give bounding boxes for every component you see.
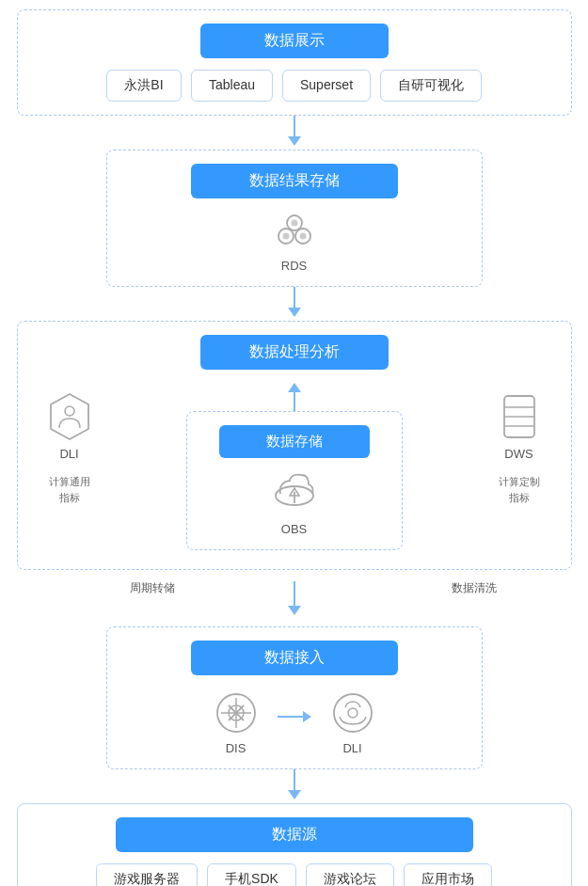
obs-label: OBS (281, 522, 307, 536)
dis-icon-group: DIS (214, 690, 259, 755)
display-header: 数据展示 (200, 24, 389, 58)
section-display: 数据展示 永洪BI Tableau Superset 自研可视化 (17, 9, 572, 116)
svg-point-3 (291, 220, 297, 227)
rds-icon (272, 208, 317, 253)
tool-tableau: Tableau (191, 70, 273, 102)
tool-app-market: 应用市场 (404, 863, 492, 886)
section-storage: 数据存储 OBS (186, 411, 403, 550)
tool-mobile-sdk: 手机SDK (207, 863, 296, 886)
ingest-icons-row: DIS DLI (214, 690, 375, 755)
tool-custom: 自研可视化 (380, 70, 482, 102)
dli-ingest-icon (330, 690, 375, 736)
svg-point-4 (282, 233, 289, 240)
storage-header: 数据存储 (219, 425, 370, 458)
dli-left-group: DLI 计算通用指标 (27, 383, 112, 505)
svg-point-7 (65, 406, 74, 416)
tool-yongbi: 永洪BI (106, 70, 182, 102)
dli-left-label: DLI (59, 447, 78, 461)
arrow-dis-to-dli (278, 711, 311, 722)
section-process: 数据处理分析 DLI 计算通用指标 (17, 321, 572, 570)
tool-game-server: 游戏服务器 (96, 863, 198, 886)
arrow-result-to-process (288, 287, 301, 321)
dws-sublabel: 计算定制指标 (499, 474, 540, 505)
dws-right-group: DWS 计算定制指标 (477, 383, 562, 505)
section-ingest: 数据接入 DIS (106, 626, 483, 769)
arrow-display-to-result (288, 116, 301, 150)
ingest-header: 数据接入 (191, 641, 398, 675)
display-tools: 永洪BI Tableau Superset 自研可视化 (27, 70, 562, 102)
section-source: 数据源 游戏服务器 手机SDK 游戏论坛 应用市场 (17, 803, 572, 886)
rds-label: RDS (281, 259, 307, 273)
tool-game-forum: 游戏论坛 (306, 863, 394, 886)
dis-label: DIS (226, 741, 246, 755)
arrow-ingest-to-source (288, 769, 301, 803)
dli-left-sublabel: 计算通用指标 (49, 474, 90, 505)
svg-point-21 (334, 694, 372, 732)
tool-superset: Superset (282, 70, 371, 102)
dis-icon (214, 690, 259, 736)
result-storage-header: 数据结果存储 (191, 164, 398, 198)
process-header: 数据处理分析 (200, 335, 389, 370)
dws-right-icon (499, 392, 540, 441)
label-clean: 数据清洗 (452, 579, 497, 596)
obs-icon (271, 467, 318, 511)
label-periodic: 周期转储 (130, 579, 175, 596)
storage-center: 数据存储 OBS (112, 383, 477, 550)
center-arrow-down (288, 581, 301, 615)
ingest-wrapper: 数据接入 DIS (17, 626, 572, 769)
source-header: 数据源 (116, 817, 473, 852)
process-inner-row: DLI 计算通用指标 数据存储 (27, 383, 562, 550)
section-result-storage: 数据结果存储 RDS (106, 150, 483, 287)
connector-area: 周期转储 数据清洗 (17, 570, 572, 626)
ingest-main: 数据接入 DIS (106, 626, 483, 769)
svg-point-5 (299, 233, 306, 240)
source-tools: 游戏服务器 手机SDK 游戏论坛 应用市场 (27, 863, 562, 886)
dli-left-icon (47, 392, 92, 441)
svg-point-22 (348, 708, 358, 718)
rds-icon-group: RDS (272, 208, 317, 273)
arrow-storage-up (288, 383, 301, 411)
dws-label: DWS (504, 447, 532, 461)
dli-ingest-label: DLI (342, 741, 361, 755)
dli-ingest-group: DLI (330, 690, 375, 755)
svg-marker-6 (51, 394, 88, 439)
architecture-diagram: 数据展示 永洪BI Tableau Superset 自研可视化 数据结果存储 (0, 0, 588, 886)
